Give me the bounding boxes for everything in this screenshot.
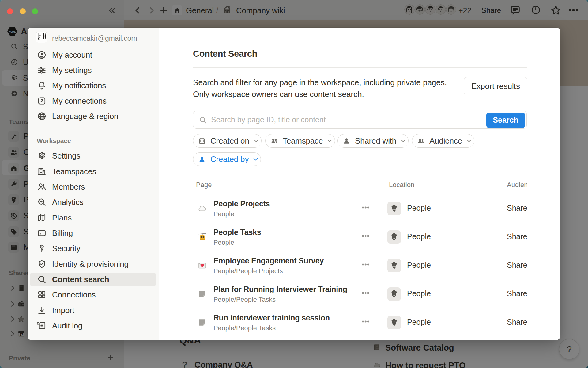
table-row[interactable]: Run interviewer training session People/… xyxy=(193,307,527,336)
menu-item-label: Analytics xyxy=(52,197,83,207)
description-line-2: Only workspace owners can use content se… xyxy=(193,90,364,99)
teamspace-flower-icon xyxy=(390,204,398,213)
chevron-down-icon xyxy=(326,138,333,144)
row-menu-icon[interactable] xyxy=(362,292,370,294)
chevron-down-icon xyxy=(466,138,472,144)
people-icon xyxy=(271,137,278,144)
gear-icon xyxy=(37,151,46,160)
row-title: People Projects xyxy=(213,199,270,208)
table-top-divider xyxy=(193,175,527,175)
traffic-zoom-button[interactable] xyxy=(32,8,38,14)
filter-label: Created by xyxy=(210,155,249,164)
traffic-minimize-button[interactable] xyxy=(20,8,26,14)
menu-audit-log[interactable]: Audit log xyxy=(30,319,156,332)
menu-security[interactable]: Security xyxy=(30,242,156,255)
table-row[interactable]: Plan for Running Interviewer Training Pe… xyxy=(193,279,527,307)
globe-icon xyxy=(37,112,46,121)
notion-window: ACME ACME Inc Search Updates Settings Ne… xyxy=(0,0,588,368)
menu-settings[interactable]: Settings xyxy=(30,149,156,163)
menu-my-account[interactable]: My account xyxy=(30,48,156,62)
filter-created-by[interactable]: Created by xyxy=(193,152,261,166)
menu-item-label: My settings xyxy=(52,66,92,75)
row-audience: Shared xyxy=(507,289,527,298)
row-path: People/People Projects xyxy=(213,267,283,275)
credit-card-icon xyxy=(37,229,46,238)
row-audience: Shared xyxy=(507,261,527,270)
filter-label: Created on xyxy=(210,136,249,146)
teamspace-flower-icon xyxy=(390,233,398,241)
person-icon xyxy=(198,156,205,163)
menu-item-label: Members xyxy=(52,182,85,192)
menu-my-settings[interactable]: My settings xyxy=(30,63,156,77)
row-location: People xyxy=(407,289,431,298)
menu-item-label: My account xyxy=(52,50,92,60)
desktop-background: ACME ACME Inc Search Updates Settings Ne… xyxy=(0,0,588,368)
magnifier-sparkle-icon xyxy=(37,198,46,207)
menu-item-label: Settings xyxy=(52,151,80,161)
row-path: People/People Tasks xyxy=(213,296,276,304)
menu-item-label: Teamspaces xyxy=(52,167,96,176)
love-letter-page-icon xyxy=(198,261,207,270)
row-location: People xyxy=(407,318,431,327)
menu-members[interactable]: Members xyxy=(30,180,156,194)
filter-label: Audience xyxy=(429,136,462,146)
filter-label: Teamspace xyxy=(283,136,323,146)
row-path: People xyxy=(213,239,234,247)
settings-sidebar: rebeccamcakir@gmail.com My account My se… xyxy=(28,28,159,340)
workspace-section-label: Workspace xyxy=(37,137,71,144)
table-row[interactable]: People Tasks People People Shared xyxy=(193,222,527,250)
menu-analytics[interactable]: Analytics xyxy=(30,195,156,209)
row-menu-icon[interactable] xyxy=(362,235,370,237)
row-title: Run interviewer training session xyxy=(213,313,330,322)
menu-content-search[interactable]: Content search xyxy=(30,273,156,286)
menu-item-label: Import xyxy=(52,306,74,315)
menu-item-label: Connections xyxy=(52,290,96,300)
row-menu-icon[interactable] xyxy=(362,263,370,266)
filter-audience[interactable]: Audience xyxy=(412,134,474,148)
filter-shared-with[interactable]: Shared with xyxy=(337,134,409,148)
row-menu-icon[interactable] xyxy=(362,206,370,209)
menu-billing[interactable]: Billing xyxy=(30,226,156,240)
description-line-1: Search and filter for any page in the wo… xyxy=(193,78,447,87)
menu-language-region[interactable]: Language & region xyxy=(30,109,156,123)
chevron-down-icon xyxy=(400,138,406,144)
menu-my-notifications[interactable]: My notifications xyxy=(30,79,156,92)
chevron-down-icon xyxy=(252,156,259,163)
arrow-up-right-square-icon xyxy=(37,97,46,105)
account-avatar xyxy=(36,32,47,43)
title-divider xyxy=(193,67,527,68)
table-row[interactable]: People Projects People People Shared xyxy=(193,193,527,222)
menu-connections[interactable]: Connections xyxy=(30,288,156,301)
search-icon xyxy=(37,275,46,284)
menu-identity-provisioning[interactable]: Identity & provisioning xyxy=(30,257,156,271)
search-button[interactable]: Search xyxy=(486,113,525,128)
import-icon xyxy=(37,306,46,315)
table-row[interactable]: Employee Engagement Survey People/People… xyxy=(193,250,527,279)
menu-plans[interactable]: Plans xyxy=(30,211,156,224)
content-search-title: Content Search xyxy=(193,49,257,59)
export-results-button[interactable]: Export results xyxy=(464,77,527,95)
row-audience: Shared xyxy=(507,232,527,241)
menu-teamspaces[interactable]: Teamspaces xyxy=(30,165,156,178)
menu-import[interactable]: Import xyxy=(30,304,156,317)
users-icon xyxy=(37,182,46,191)
teamspace-flower-icon xyxy=(390,290,398,298)
settings-modal: rebeccamcakir@gmail.com My account My se… xyxy=(28,28,560,340)
filter-teamspace[interactable]: Teamspace xyxy=(265,134,335,148)
filter-created-on[interactable]: Created on xyxy=(193,134,262,148)
row-audience: Shared xyxy=(507,204,527,213)
teamspace-flower-icon xyxy=(390,261,398,270)
traffic-close-button[interactable] xyxy=(7,8,13,14)
tram-page-icon xyxy=(198,232,207,241)
row-title: Plan for Running Interviewer Training xyxy=(213,285,347,294)
menu-my-connections[interactable]: My connections xyxy=(30,94,156,108)
row-location: People xyxy=(407,261,431,270)
row-menu-icon[interactable] xyxy=(362,320,370,323)
row-location: People xyxy=(407,204,431,213)
teamspace-flower-icon xyxy=(390,318,398,327)
person-circle-icon xyxy=(37,51,46,59)
search-input[interactable]: Search by page ID, title or content xyxy=(211,115,326,124)
row-path: People/People Tasks xyxy=(213,324,276,332)
column-header-audience: Audience xyxy=(507,181,527,189)
calendar-icon xyxy=(198,137,205,144)
